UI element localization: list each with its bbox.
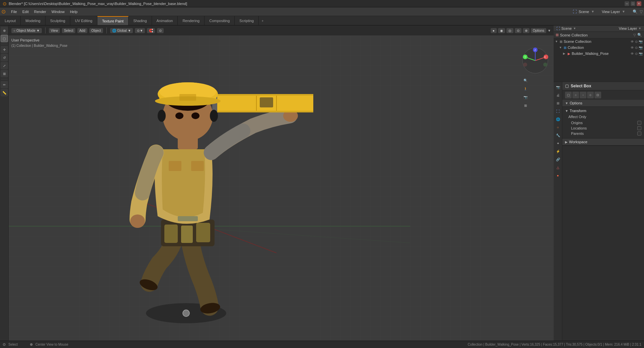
proportional-edit[interactable]: ⊙ [157,28,164,33]
transform-pivot[interactable]: ⊙▼ [135,28,145,33]
top-right-header: ⛶ Scene ▼ View Layer ▼ [554,25,644,32]
prop-icon-output[interactable]: 🖨 [554,91,562,99]
origins-checkbox[interactable] [637,121,641,125]
tool-scale[interactable]: ⤢ [1,62,8,69]
camera-btn[interactable]: 📷 [522,93,529,101]
tab-texture-paint[interactable]: Texture Paint [97,16,129,25]
tool-rotate[interactable]: ↺ [1,54,8,61]
viewport-3d[interactable]: ○ Object Mode ▼ View Select Add Object 🌐… [9,25,554,341]
tab-modeling[interactable]: Modeling [21,16,46,25]
col-select[interactable]: ⊙ [635,46,638,50]
maximize-btn[interactable]: □ [631,1,635,6]
minimize-btn[interactable]: ─ [625,1,629,6]
engine-search-icon[interactable]: 🔍 [633,9,638,14]
titlebar: ⊙ Blender* [C:\Users\rs\Desktop\Builder_… [0,0,644,7]
outliner-item-builder[interactable]: ▶ ▶ Builder_Walking_Pose 👁 ⊙ 📷 [554,51,644,57]
tab-scripting[interactable]: Scripting [235,16,259,25]
collection-label: (1) Collection | Builder_Walking_Pose [11,43,67,48]
tool-icon-5[interactable]: ⊡ [594,92,601,98]
options-dropdown[interactable]: ▼ [548,29,551,32]
outliner-search-icon[interactable]: 🔍 [637,33,642,37]
tool-icon-2[interactable]: ○ [572,92,579,98]
walk-mode-btn[interactable]: 🚶 [522,85,529,92]
transform-space[interactable]: 🌐 Global ▼ [110,28,133,33]
tab-animation[interactable]: Animation [152,16,178,25]
workspace-header[interactable]: ▶ Workspace [562,139,644,146]
options-button[interactable]: Options [531,28,546,33]
col-render[interactable]: 📷 [639,46,643,50]
menu-help[interactable]: Help [67,9,80,14]
tab-shading[interactable]: Shading [129,16,152,25]
tab-sculpting[interactable]: Sculpting [46,16,70,25]
options-toggle-arrow: ▼ [565,101,568,105]
zoom-in-btn[interactable]: 🔍 [522,77,529,84]
ortho-btn[interactable]: ⊞ [522,102,529,109]
prop-icon-particle[interactable]: ✦ [554,140,562,147]
viewport-shading-material[interactable]: ◉ [498,28,505,33]
tool-select-box[interactable]: ▢ [1,35,8,42]
filter-icon[interactable]: ▽ [640,9,643,14]
viewport-shading-solid[interactable]: ● [491,28,497,33]
tool-cursor[interactable]: ⊕ [1,27,8,34]
prop-icon-view-layer[interactable]: ⊞ [554,99,562,107]
scene-label[interactable]: Scene [579,10,589,14]
tool-annotate[interactable]: ✏ [1,81,8,88]
prop-icon-scene[interactable]: ⛶ [554,107,562,115]
view-layer-prop-dropdown[interactable]: ▼ [638,27,641,30]
viewport-shading-rendered[interactable]: ◎ [506,28,513,33]
close-btn[interactable]: ✕ [637,1,641,6]
locations-checkbox[interactable] [637,126,641,130]
prop-icon-render[interactable]: 📷 [554,83,562,91]
outliner-item-collection[interactable]: ▼ ⊞ Collection 👁 ⊙ 📷 [554,45,644,51]
tool-move[interactable]: ✛ [1,46,8,53]
snap-toggle[interactable]: 🧲 [147,28,155,33]
builder-select[interactable]: ⊙ [635,52,638,56]
tab-add[interactable]: + [259,16,266,25]
menu-render[interactable]: Render [31,9,49,14]
tool-transform[interactable]: ⊞ [1,70,8,77]
svg-point-28 [175,112,183,119]
tool-icon-3[interactable]: ◦ [580,92,586,98]
select-menu[interactable]: Select [62,28,75,33]
tab-rendering[interactable]: Rendering [178,16,205,25]
scene-dropdown-icon[interactable]: ▼ [573,27,576,30]
outliner-filter-icon[interactable]: ▽ [633,33,636,37]
prop-icon-material[interactable]: ● [554,172,562,179]
mode-selector[interactable]: ○ Object Mode ▼ [11,28,42,33]
prop-icon-modifier[interactable]: 🔧 [554,132,562,139]
overlay-toggle[interactable]: ⊙ [515,28,521,33]
outliner-item-scene-collection[interactable]: ▼ ⊞ Scene Collection 👁 ⊙ 📷 [554,38,644,45]
scene-col-render[interactable]: 📷 [639,40,643,44]
prop-icon-physics[interactable]: ⚡ [554,148,562,155]
add-menu[interactable]: Add [77,28,87,33]
svg-rect-10 [196,223,210,242]
mode-dropdown[interactable]: ▼ [36,29,40,32]
tool-icon-1[interactable]: ▢ [565,92,572,98]
gizmo-toggle[interactable]: ⊕ [523,28,530,33]
tool-measure[interactable]: 📏 [1,89,8,96]
prop-icon-object[interactable]: ○ [554,123,562,131]
parents-checkbox[interactable] [637,132,641,136]
view-menu[interactable]: View [49,28,60,33]
col-eye[interactable]: 👁 [631,46,634,50]
scene-dropdown[interactable]: ▼ [591,10,594,13]
menu-window[interactable]: Window [49,9,67,14]
transform-dropdown[interactable]: ▼ [128,29,131,32]
tab-uv-editing[interactable]: UV Editing [70,16,97,25]
menu-edit[interactable]: Edit [20,9,31,14]
prop-icon-data[interactable]: △ [554,164,562,171]
view-layer-label[interactable]: View Layer [602,10,620,14]
scene-col-select[interactable]: ⊙ [635,40,638,44]
tool-icon-4[interactable]: ⊹ [587,92,594,98]
scene-col-eye[interactable]: 👁 [631,40,634,44]
tab-compositing[interactable]: Compositing [205,16,235,25]
tab-layout[interactable]: Layout [0,16,21,25]
menu-file[interactable]: File [8,9,20,14]
options-section-header[interactable]: ▼ Options [562,100,644,107]
prop-icon-constraint[interactable]: 🔗 [554,156,562,163]
prop-icon-world[interactable]: 🌐 [554,115,562,123]
builder-eye[interactable]: 👁 [631,52,634,56]
object-menu[interactable]: Object [89,28,103,33]
builder-render[interactable]: 📷 [639,52,643,56]
view-layer-dropdown[interactable]: ▼ [622,10,625,13]
